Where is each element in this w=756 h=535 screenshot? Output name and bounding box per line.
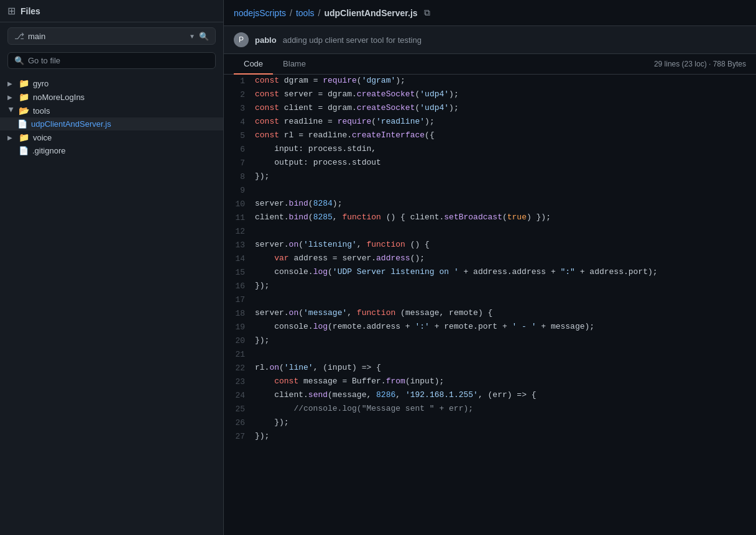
breadcrumb-repo[interactable]: nodejsScripts <box>234 8 286 18</box>
breadcrumb-sep-2: / <box>318 8 321 18</box>
file-tree: ▶ 📁 gyro ▶ 📁 noMoreLogIns ▶ 📂 tools 📄 ud… <box>0 74 223 535</box>
chevron-down-icon: ▶ <box>8 107 15 114</box>
sidebar-item-voice[interactable]: ▶ 📁 voice <box>0 130 223 144</box>
sidebar-item-gyro[interactable]: ▶ 📁 gyro <box>0 76 223 90</box>
code-line-19: 19 console.log(remote.address + ':' + re… <box>224 321 756 334</box>
code-line-4: 4 const readline = require('readline'); <box>224 116 756 129</box>
code-line-22: 22 rl.on('line', (input) => { <box>224 362 756 375</box>
code-line-15: 15 console.log('UDP Server listening on … <box>224 266 756 280</box>
code-area[interactable]: 1 const dgram = require('dgram'); 2 cons… <box>224 75 756 535</box>
code-line-3: 3 const client = dgram.createSocket('udp… <box>224 102 756 116</box>
search-bar[interactable]: 🔍 Go to file <box>7 52 216 69</box>
code-meta: 29 lines (23 loc) · 788 Bytes <box>654 60 746 68</box>
code-line-21: 21 <box>224 348 756 362</box>
sidebar-item-udpClientAndServer[interactable]: 📄 udpClientAndServer.js <box>0 117 223 130</box>
branch-icon: ⎇ <box>14 31 24 41</box>
breadcrumb-file: udpClientAndServer.js <box>324 8 417 18</box>
file-label-udpClientAndServer: udpClientAndServer.js <box>31 119 111 129</box>
code-line-16: 16 }); <box>224 280 756 293</box>
code-line-11: 11 client.bind(8285, function () { clien… <box>224 211 756 225</box>
chevron-right-icon: ▶ <box>7 134 15 141</box>
breadcrumb: nodejsScripts / tools / udpClientAndServ… <box>224 0 756 26</box>
chevron-right-icon: ▶ <box>7 80 15 87</box>
folder-icon: 📁 <box>19 92 29 102</box>
sidebar: ⊞ Files ⎇ main ▼ 🔍 🔍 Go to file ▶ 📁 gyro… <box>0 0 224 535</box>
code-line-5: 5 const rl = readline.createInterface({ <box>224 129 756 143</box>
file-icon: 📄 <box>17 119 27 129</box>
sidebar-item-noMoreLogIns[interactable]: ▶ 📁 noMoreLogIns <box>0 90 223 104</box>
commit-bar: P pablo adding udp client server tool fo… <box>224 26 756 54</box>
code-line-9: 9 <box>224 184 756 198</box>
sidebar-header: ⊞ Files <box>0 0 223 22</box>
code-line-6: 6 input: process.stdin, <box>224 143 756 157</box>
code-line-20: 20 }); <box>224 334 756 348</box>
code-line-17: 17 <box>224 293 756 307</box>
folder-label-tools: tools <box>33 106 50 116</box>
code-line-12: 12 <box>224 225 756 239</box>
code-line-7: 7 output: process.stdout <box>224 157 756 170</box>
code-line-10: 10 server.bind(8284); <box>224 198 756 211</box>
tab-code[interactable]: Code <box>234 54 273 75</box>
copy-icon[interactable]: ⧉ <box>424 7 430 18</box>
panel-icon: ⊞ <box>7 5 16 17</box>
sidebar-item-gitignore[interactable]: ▶ 📄 .gitignore <box>0 144 223 157</box>
code-line-13: 13 server.on('listening', function () { <box>224 239 756 252</box>
folder-open-icon: 📂 <box>19 106 29 116</box>
avatar: P <box>234 32 249 47</box>
code-line-25: 25 //console.log("Message sent " + err); <box>224 403 756 416</box>
code-line-18: 18 server.on('message', function (messag… <box>224 307 756 321</box>
folder-icon: 📁 <box>19 78 29 88</box>
branch-selector[interactable]: ⎇ main ▼ 🔍 <box>7 27 216 45</box>
code-line-14: 14 var address = server.address(); <box>224 252 756 266</box>
code-line-24: 24 client.send(message, 8286, '192.168.1… <box>224 389 756 403</box>
code-line-26: 26 }); <box>224 416 756 430</box>
search-icon: 🔍 <box>14 56 24 65</box>
commit-author: pablo <box>255 35 277 45</box>
code-line-27: 27 }); <box>224 430 756 444</box>
folder-label-voice: voice <box>33 133 52 142</box>
sidebar-title: Files <box>21 6 40 16</box>
folder-icon: 📁 <box>19 132 29 142</box>
file-icon: 📄 <box>19 146 29 155</box>
commit-message: adding udp client server tool for testin… <box>283 35 422 45</box>
chevron-right-icon: ▶ <box>7 94 15 101</box>
code-tabs: Code Blame 29 lines (23 loc) · 788 Bytes <box>224 54 756 75</box>
search-files-icon[interactable]: 🔍 <box>199 32 209 41</box>
tab-blame[interactable]: Blame <box>273 54 316 75</box>
folder-label-noMoreLogIns: noMoreLogIns <box>33 93 85 102</box>
file-label-gitignore: .gitignore <box>32 146 65 155</box>
chevron-down-icon: ▼ <box>189 33 195 40</box>
search-placeholder: Go to file <box>28 56 60 65</box>
main-content: nodejsScripts / tools / udpClientAndServ… <box>224 0 756 535</box>
folder-label-gyro: gyro <box>33 79 48 88</box>
breadcrumb-sep-1: / <box>290 8 292 18</box>
code-line-1: 1 const dgram = require('dgram'); <box>224 75 756 88</box>
code-line-2: 2 const server = dgram.createSocket('udp… <box>224 88 756 102</box>
code-line-23: 23 const message = Buffer.from(input); <box>224 375 756 389</box>
avatar-letter: P <box>239 35 244 44</box>
breadcrumb-folder[interactable]: tools <box>296 8 315 18</box>
code-line-8: 8 }); <box>224 170 756 184</box>
branch-name: main <box>28 32 185 41</box>
sidebar-item-tools[interactable]: ▶ 📂 tools <box>0 104 223 117</box>
